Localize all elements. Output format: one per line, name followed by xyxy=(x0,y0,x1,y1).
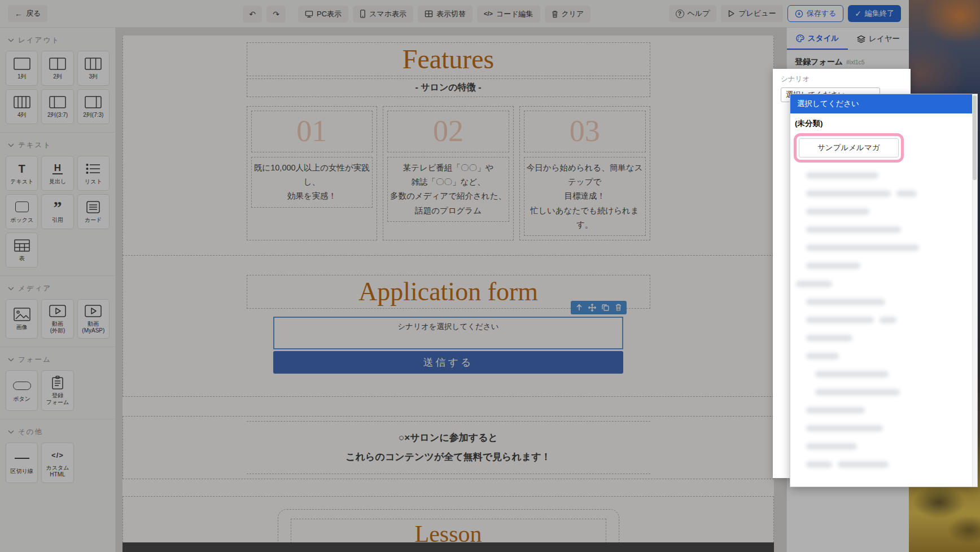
dropdown-option-blurred[interactable] xyxy=(806,404,972,416)
features-section[interactable]: Features - サロンの特徴 - 01 既に10,000人以上の女性が実践… xyxy=(123,36,774,256)
form-scenario-placeholder-box[interactable]: シナリオを選択してください xyxy=(273,317,623,349)
code-icon: </> xyxy=(51,448,64,462)
tool-button[interactable]: ボタン xyxy=(6,370,38,411)
tool-1col[interactable]: 1列 xyxy=(6,51,38,86)
scenario-placeholder-text: シナリオを選択してください xyxy=(398,322,499,331)
tool-2col[interactable]: 2列 xyxy=(41,51,73,86)
scrollbar-thumb[interactable] xyxy=(973,95,977,180)
dropdown-option-blurred[interactable] xyxy=(815,386,972,398)
dropdown-option-blurred[interactable] xyxy=(806,422,972,434)
tab-style[interactable]: スタイル xyxy=(787,28,848,50)
tool-image[interactable]: 画像 xyxy=(6,299,38,339)
layout-1col-icon xyxy=(13,57,31,71)
features-subtitle-block[interactable]: - サロンの特徴 - xyxy=(247,78,650,97)
benefits-text[interactable]: ○×サロンに参加すると これらのコンテンツが全て無料で見られます！ xyxy=(247,422,650,474)
finish-edit-button[interactable]: ✓ 編集終了 xyxy=(848,5,901,22)
dropdown-option-blurred[interactable] xyxy=(806,332,972,344)
tool-video-external[interactable]: 動画 (外部) xyxy=(41,299,73,339)
dropdown-option-blurred[interactable] xyxy=(806,169,972,181)
tool-divider[interactable]: 区切り線 xyxy=(6,443,38,483)
video-icon xyxy=(84,304,102,318)
tab-layers[interactable]: レイヤー xyxy=(848,28,909,50)
tool-register-form[interactable]: 登録 フォーム xyxy=(41,370,73,411)
pc-view-button[interactable]: PC表示 xyxy=(298,6,348,23)
tool-3col[interactable]: 3列 xyxy=(77,51,110,86)
section-title: フォーム xyxy=(18,355,51,365)
dropdown-option-blurred[interactable] xyxy=(806,350,972,362)
features-title-block[interactable]: Features xyxy=(247,42,650,76)
monitor-icon xyxy=(305,10,313,18)
tab-layers-label: レイヤー xyxy=(869,34,900,44)
dropdown-option-blurred[interactable] xyxy=(806,458,972,470)
duplicate-icon[interactable] xyxy=(601,303,610,312)
submit-button[interactable]: 送信する xyxy=(273,351,623,374)
section-header-other[interactable]: その他 xyxy=(6,425,110,443)
dropdown-option-blurred[interactable] xyxy=(806,224,972,235)
feature-text[interactable]: 今日から始められる、簡単なステップで 目標達成！ 忙しいあなたでも続けられます。 xyxy=(524,157,646,236)
question-icon: ? xyxy=(676,10,684,18)
tool-text[interactable]: T テキスト xyxy=(6,156,38,191)
sp-view-button[interactable]: スマホ表示 xyxy=(353,6,413,23)
dropdown-option-blurred[interactable] xyxy=(806,440,972,452)
dropdown-scrollbar[interactable] xyxy=(972,94,977,487)
section-header-layout[interactable]: レイアウト xyxy=(6,33,110,51)
undo-button[interactable]: ↶ xyxy=(243,6,262,23)
tool-2col-7-3[interactable]: 2列(7:3) xyxy=(77,89,110,124)
redo-button[interactable]: ↷ xyxy=(266,6,286,23)
save-button[interactable]: 保存する xyxy=(788,5,844,22)
code-edit-button[interactable]: </> コード編集 xyxy=(477,6,540,23)
feature-column-1[interactable]: 01 既に10,000人以上の女性が実践し、 効果を実感！ xyxy=(247,106,378,241)
help-button[interactable]: ? ヘルプ xyxy=(669,5,717,22)
dropdown-option-active[interactable]: 選択してください xyxy=(790,94,972,113)
tool-table[interactable]: 表 xyxy=(6,233,38,268)
feature-text[interactable]: 某テレビ番組「〇〇」や 雑誌「〇〇」など、 多数のメディアで紹介された、 話題の… xyxy=(387,157,509,222)
move-up-icon[interactable] xyxy=(575,303,584,312)
trash-icon xyxy=(552,10,558,18)
tool-heading[interactable]: H 見出し xyxy=(41,156,73,191)
register-form-element[interactable]: シナリオを選択してください 送信する xyxy=(273,317,623,374)
play-icon xyxy=(728,10,735,17)
tool-box[interactable]: ボックス xyxy=(6,194,38,229)
element-mini-toolbar xyxy=(571,301,627,314)
move-icon[interactable] xyxy=(588,303,597,312)
toggle-view-button[interactable]: 表示切替 xyxy=(418,6,473,23)
code-edit-label: コード編集 xyxy=(496,9,533,19)
page-preview: Features - サロンの特徴 - 01 既に10,000人以上の女性が実践… xyxy=(123,36,774,552)
trash-icon[interactable] xyxy=(614,303,623,312)
tool-custom-html[interactable]: </> カスタム HTML xyxy=(41,443,73,483)
section-header-text[interactable]: テキスト xyxy=(6,138,110,156)
dropdown-option-blurred[interactable] xyxy=(806,187,972,199)
feature-text[interactable]: 既に10,000人以上の女性が実践し、 効果を実感！ xyxy=(251,157,373,208)
heading-icon: H xyxy=(53,162,63,176)
tool-list[interactable]: リスト xyxy=(77,156,110,191)
dropdown-option-blurred[interactable] xyxy=(806,205,972,217)
back-button[interactable]: ← 戻る xyxy=(8,5,47,22)
dropdown-option-blurred[interactable] xyxy=(806,242,972,253)
tab-style-label: スタイル xyxy=(808,33,839,43)
preview-button[interactable]: プレビュー xyxy=(721,5,782,22)
toolbar-center: ↶ ↷ PC表示 スマホ表示 表示切替 xyxy=(243,0,590,28)
benefits-section[interactable]: ○×サロンに参加すると これらのコンテンツが全て無料で見られます！ xyxy=(123,416,774,479)
tool-quote[interactable]: ” 引用 xyxy=(41,194,73,229)
feature-column-3[interactable]: 03 今日から始められる、簡単なステップで 目標達成！ 忙しいあなたでも続けられ… xyxy=(519,106,650,241)
tool-card[interactable]: カード xyxy=(77,194,110,229)
application-form-section[interactable]: Application form シナリオを選択してください 送信する xyxy=(123,255,774,397)
dropdown-option-blurred[interactable] xyxy=(815,368,972,380)
tool-video-myasp[interactable]: 動画 (MyASP) xyxy=(77,299,110,339)
tool-4col[interactable]: 4列 xyxy=(6,89,38,124)
pc-view-label: PC表示 xyxy=(317,9,342,19)
layout-4col-icon xyxy=(13,95,31,109)
feature-column-2[interactable]: 02 某テレビ番組「〇〇」や 雑誌「〇〇」など、 多数のメディアで紹介された、 … xyxy=(383,106,514,241)
code-icon: </> xyxy=(484,11,493,17)
dropdown-option-blurred[interactable] xyxy=(806,260,972,271)
feature-number: 02 xyxy=(387,111,509,152)
text-icon: T xyxy=(19,162,25,176)
dropdown-option-blurred[interactable] xyxy=(806,314,972,326)
section-header-form[interactable]: フォーム xyxy=(6,353,110,370)
dropdown-option-sample-melmaga[interactable]: サンプルメルマガ xyxy=(799,138,899,157)
dropdown-option-blurred[interactable] xyxy=(796,278,972,290)
section-header-media[interactable]: メディア xyxy=(6,282,110,299)
tool-2col-3-7[interactable]: 2列(3:7) xyxy=(41,89,73,124)
clear-button[interactable]: クリア xyxy=(545,6,591,23)
dropdown-option-blurred[interactable] xyxy=(806,296,972,308)
